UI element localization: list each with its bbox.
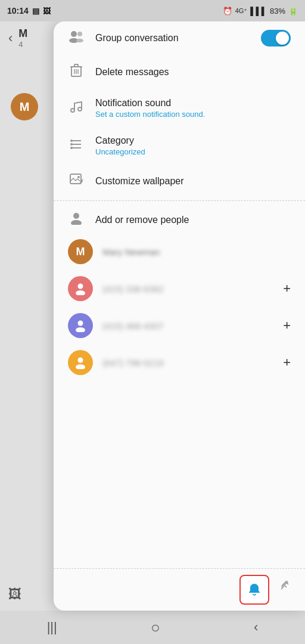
group-conversation-label: Group conversation (95, 33, 250, 44)
group-conversation-toggle[interactable] (261, 30, 291, 47)
person-item-0[interactable]: M Mary Newman (54, 233, 305, 270)
svg-point-15 (70, 140, 73, 142)
svg-point-10 (71, 109, 74, 112)
battery-icon: 🔋 (288, 7, 298, 16)
person-avatar-3 (68, 350, 93, 375)
customize-wallpaper-item[interactable]: Customize wallpaper (54, 165, 305, 198)
person-add-1[interactable]: + (283, 281, 291, 296)
svg-point-24 (78, 321, 83, 326)
status-left: 10:14 ▤ 🖼 (7, 6, 51, 16)
bg-title: M (18, 27, 27, 40)
delete-messages-item[interactable]: Delete messages (54, 55, 305, 89)
toggle-thumb (276, 32, 289, 45)
person-item-3[interactable]: (647) 798-5219 + (54, 344, 305, 381)
person-name-0: Mary Newman (102, 247, 291, 257)
person-add-2[interactable]: + (283, 318, 291, 333)
delete-messages-label: Delete messages (95, 67, 169, 78)
panel-bottom-actions (54, 568, 305, 611)
back-nav-icon[interactable]: ‹ (254, 620, 258, 635)
svg-point-3 (76, 39, 83, 42)
svg-point-0 (71, 31, 77, 37)
bell-button[interactable] (239, 575, 269, 605)
status-bar: 10:14 ▤ 🖼 ⏰ 4G⁺ ▌▌▌ 83% 🔋 (0, 0, 305, 21)
person-name-2: (415) 466-4307 (102, 321, 273, 331)
group-icon (68, 30, 85, 47)
svg-point-21 (71, 220, 82, 225)
back-arrow-icon: ‹ (8, 30, 13, 46)
group-conversation-item[interactable]: Group conversation (54, 21, 305, 55)
svg-point-11 (78, 107, 82, 111)
image-icon: 🖼 (43, 7, 51, 16)
bg-subtitle: 4 (18, 40, 27, 49)
bg-title-group: M 4 (18, 27, 27, 49)
person-icon (68, 212, 85, 228)
battery-percent: 83% (270, 7, 285, 16)
category-item[interactable]: Category Uncategorized (54, 127, 305, 165)
home-nav-icon[interactable]: ○ (151, 618, 160, 637)
add-remove-label: Add or remove people (95, 215, 189, 225)
notification-icon: ▤ (32, 7, 39, 16)
person-avatar-0: M (68, 239, 93, 264)
image-gallery-icon[interactable]: 🖼 (8, 587, 21, 602)
trash-icon (68, 63, 85, 81)
person-item-2[interactable]: (415) 466-4307 + (54, 307, 305, 344)
add-remove-section-header[interactable]: Add or remove people (54, 203, 305, 233)
svg-point-22 (78, 284, 83, 289)
svg-rect-18 (70, 174, 81, 184)
signal-icon: 4G⁺ (235, 7, 248, 15)
svg-rect-6 (74, 64, 78, 67)
bg-avatar: M (11, 93, 38, 120)
svg-point-27 (76, 364, 85, 369)
signal-bars-icon: ▌▌▌ (250, 7, 267, 16)
svg-point-26 (78, 358, 83, 363)
person-item-1[interactable]: (415) 338-6362 + (54, 270, 305, 307)
svg-point-20 (73, 213, 79, 219)
nav-bar: ||| ○ ‹ (0, 611, 305, 644)
settings-panel: Group conversation Delete messages (54, 21, 305, 611)
menu-nav-icon[interactable]: ||| (47, 620, 57, 635)
svg-point-19 (77, 176, 80, 178)
category-icon (68, 138, 85, 154)
person-add-3[interactable]: + (283, 355, 291, 370)
svg-point-1 (77, 32, 82, 36)
svg-point-23 (76, 290, 85, 295)
person-avatar-1 (68, 276, 93, 301)
svg-point-16 (70, 143, 73, 145)
music-icon (68, 100, 85, 117)
time: 10:14 (7, 6, 29, 16)
category-text: Category Uncategorized (95, 135, 291, 156)
alarm-icon: ⏰ (223, 7, 232, 16)
pin-icon[interactable] (279, 581, 293, 599)
wallpaper-icon (68, 173, 85, 190)
status-right: ⏰ 4G⁺ ▌▌▌ 83% 🔋 (223, 7, 298, 16)
svg-point-25 (76, 327, 85, 332)
person-avatar-2 (68, 313, 93, 338)
notification-sound-text: Notification sound Set a custom notifica… (95, 98, 291, 119)
divider-1 (54, 200, 305, 201)
notification-sound-item[interactable]: Notification sound Set a custom notifica… (54, 89, 305, 127)
svg-point-17 (70, 147, 73, 149)
person-name-3: (647) 798-5219 (102, 358, 273, 368)
customize-wallpaper-label: Customize wallpaper (95, 176, 184, 187)
person-name-1: (415) 338-6362 (102, 284, 273, 294)
